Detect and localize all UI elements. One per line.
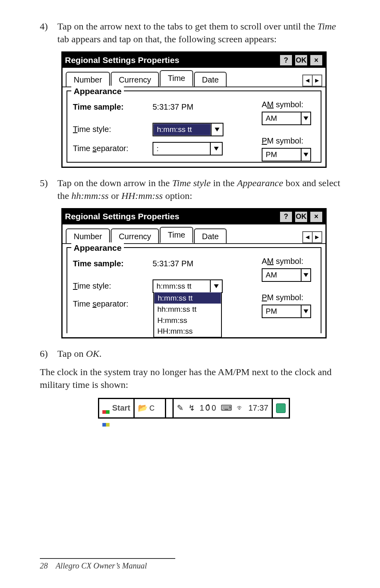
time-style-option[interactable]: h:mm:ss tt (154, 292, 221, 304)
svg-marker-4 (304, 273, 308, 277)
svg-marker-5 (304, 309, 308, 313)
appearance-fieldset: Appearance AM symbol: AM PM symbol: (67, 247, 321, 333)
windows-flag-icon (102, 404, 110, 412)
chevron-down-icon[interactable] (301, 149, 310, 161)
am-symbol-label: AM symbol: (262, 256, 311, 267)
pm-symbol-combo[interactable]: PM (262, 148, 311, 161)
help-button[interactable]: ? (279, 211, 293, 223)
chevron-down-icon[interactable] (210, 280, 222, 292)
desktop-icon (276, 403, 286, 413)
time-separator-label: Time separator: (73, 143, 153, 154)
regional-settings-dialog-2: Regional Settings Properties ? OK × Numb… (61, 208, 327, 338)
tab-currency[interactable]: Currency (111, 72, 159, 87)
tray-icons[interactable]: ✎ ↯ 10̂0 ⌨ ᯤ (177, 403, 246, 413)
time-separator-combo[interactable]: : (153, 142, 223, 155)
ok-button[interactable]: OK (294, 54, 308, 66)
chevron-down-icon[interactable] (301, 305, 310, 317)
tab-scroll-left-icon[interactable]: ◄ (303, 75, 312, 86)
titlebar: Regional Settings Properties ? OK × (63, 209, 325, 224)
time-sample-label: Time sample: (73, 102, 153, 112)
chevron-down-icon[interactable] (301, 112, 310, 124)
tab-scroll: ◄ ► (302, 75, 322, 87)
quick-launch[interactable]: 📂 C (135, 399, 166, 417)
start-button[interactable]: Start (99, 399, 135, 417)
page-footer: 28 Allegro CX Owner’s Manual (40, 558, 175, 571)
help-button[interactable]: ? (279, 54, 293, 66)
tab-scroll: ◄ ► (302, 231, 322, 243)
time-style-label: Time style: (73, 124, 153, 135)
svg-marker-6 (214, 284, 219, 288)
body-paragraph: The clock in the system tray no longer h… (40, 366, 348, 391)
step-number: 5) (40, 177, 57, 189)
regional-settings-dialog-1: Regional Settings Properties ? OK × Numb… (61, 51, 327, 168)
time-style-dropdown: h:mm:ss tt hh:mm:ss tt H:mm:ss HH:mm:ss (153, 292, 222, 338)
time-separator-value: : (153, 143, 210, 155)
fieldset-legend: Appearance (71, 242, 124, 254)
tab-strip: Number Currency Time Date ◄ ► (63, 68, 325, 87)
step-text: Tap on OK. (57, 347, 348, 360)
time-style-value: h:mm:ss tt (153, 280, 210, 292)
time-sample-value: 5:31:37 PM (153, 102, 193, 112)
time-style-combo[interactable]: h:mm:ss tt (153, 123, 223, 136)
tab-currency[interactable]: Currency (111, 228, 159, 244)
tab-time[interactable]: Time (160, 227, 193, 243)
time-sample-value: 5:31:37 PM (153, 258, 193, 269)
show-desktop-button[interactable] (273, 399, 289, 417)
time-sample-label: Time sample: (73, 258, 153, 269)
svg-marker-3 (214, 147, 219, 151)
tab-date[interactable]: Date (194, 228, 227, 244)
dialog-title: Regional Settings Properties (65, 55, 278, 66)
close-button[interactable]: × (309, 54, 323, 66)
step-number: 6) (40, 347, 57, 360)
pm-symbol-combo[interactable]: PM (262, 305, 311, 318)
pm-symbol-value: PM (262, 305, 301, 317)
dialog-title: Regional Settings Properties (65, 211, 278, 222)
am-symbol-value: AM (262, 269, 301, 281)
tab-scroll-right-icon[interactable]: ► (312, 75, 321, 86)
app-icon[interactable]: C (149, 403, 155, 413)
time-style-option[interactable]: hh:mm:ss tt (154, 304, 221, 315)
clock[interactable]: 17:37 (249, 403, 268, 413)
fieldset-legend: Appearance (71, 86, 124, 97)
tab-time[interactable]: Time (160, 70, 193, 87)
time-style-value: h:mm:ss tt (153, 124, 211, 136)
tab-strip: Number Currency Time Date ◄ ► (63, 224, 325, 243)
step-text: Tap on the arrow next to the tabs to get… (57, 20, 348, 46)
step-text: Tap on the down arrow in the Time style … (57, 177, 348, 203)
am-symbol-combo[interactable]: AM (262, 268, 311, 282)
taskbar-spacer (166, 399, 174, 417)
titlebar: Regional Settings Properties ? OK × (63, 53, 325, 68)
chevron-down-icon[interactable] (211, 124, 223, 136)
step-number: 4) (40, 20, 57, 33)
svg-marker-1 (304, 153, 308, 157)
pm-symbol-label: PM symbol: (262, 136, 311, 146)
svg-marker-2 (215, 128, 219, 132)
close-button[interactable]: × (309, 211, 323, 223)
time-style-option[interactable]: HH:mm:ss (154, 326, 221, 337)
taskbar: Start 📂 C ✎ ↯ 10̂0 ⌨ ᯤ 17:37 (98, 398, 290, 419)
pm-symbol-label: PM symbol: (262, 292, 311, 303)
tab-number[interactable]: Number (66, 228, 110, 244)
tab-scroll-right-icon[interactable]: ► (312, 232, 321, 242)
time-style-combo[interactable]: h:mm:ss tt h:mm:ss tt hh:mm:ss tt H:mm:s… (153, 279, 223, 293)
am-symbol-value: AM (262, 112, 301, 124)
system-tray[interactable]: ✎ ↯ 10̂0 ⌨ ᯤ 17:37 (174, 399, 273, 417)
tab-number[interactable]: Number (66, 72, 110, 87)
am-symbol-label: AM symbol: (262, 99, 311, 110)
appearance-fieldset: Appearance AM symbol: AM PM symbol: (67, 90, 321, 163)
tab-date[interactable]: Date (194, 72, 227, 87)
chevron-down-icon[interactable] (301, 269, 310, 281)
svg-marker-0 (304, 116, 308, 120)
time-separator-label: Time separator: (73, 299, 153, 309)
chevron-down-icon[interactable] (210, 143, 222, 155)
tab-scroll-left-icon[interactable]: ◄ (303, 232, 312, 242)
am-symbol-combo[interactable]: AM (262, 112, 311, 125)
ok-button[interactable]: OK (294, 211, 308, 223)
time-style-label: Time style: (73, 281, 153, 291)
pm-symbol-value: PM (262, 149, 301, 161)
time-style-option[interactable]: H:mm:ss (154, 315, 221, 326)
app-icon[interactable]: 📂 (138, 403, 148, 413)
